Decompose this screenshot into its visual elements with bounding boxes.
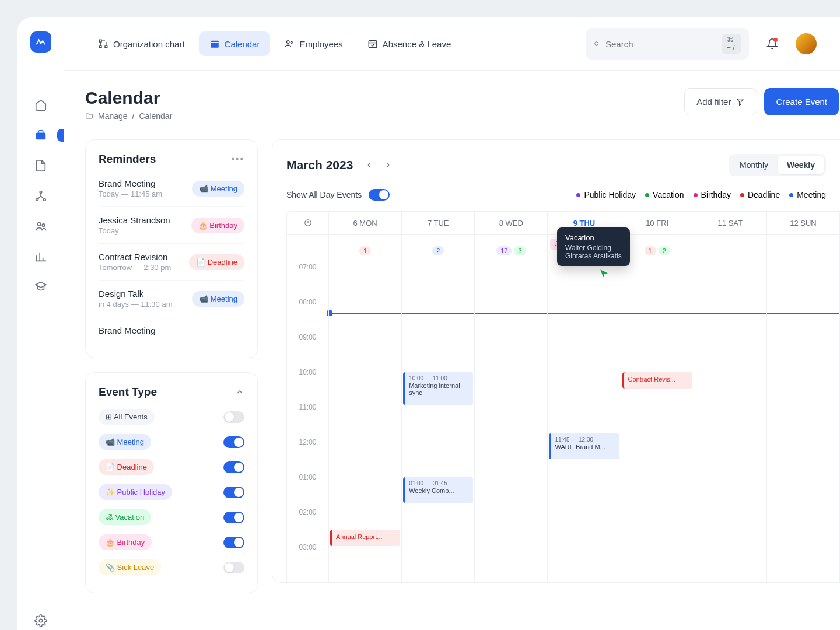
- event-type-toggle[interactable]: [223, 436, 244, 448]
- nav-settings-icon[interactable]: [28, 608, 54, 630]
- calendar-event[interactable]: 11:45 — 12:30WARE Brand M...: [549, 433, 619, 459]
- search-shortcut: ⌘ + /: [722, 34, 741, 54]
- topnav-employees-label: Employees: [299, 39, 342, 49]
- nav-document-icon[interactable]: [28, 153, 54, 178]
- day-column[interactable]: Contract Revis...: [621, 267, 694, 582]
- day-header[interactable]: 11 SAT: [694, 212, 767, 235]
- notifications-button[interactable]: [761, 32, 784, 55]
- day-header[interactable]: 12 SUN: [767, 212, 840, 235]
- filter-icon: [736, 97, 745, 107]
- svg-point-2: [36, 199, 38, 201]
- day-column[interactable]: [475, 267, 548, 582]
- folder-icon: [85, 112, 93, 120]
- day-column[interactable]: Annual Report...: [329, 267, 402, 582]
- event-type-row: 🎂 Birthday: [99, 530, 244, 555]
- topnav-absence-label: Absence & Leave: [383, 39, 452, 49]
- event-type-row: 🏖 Vacation: [99, 505, 244, 530]
- topnav-absence[interactable]: Absence & Leave: [357, 32, 462, 56]
- topnav-calendar-label: Calendar: [225, 39, 260, 49]
- event-type-row: 📹 Meeting: [99, 429, 244, 454]
- event-type-row: 📎 Sick Leave: [99, 555, 244, 580]
- event-type-row: 📄 Deadline: [99, 454, 244, 480]
- reminders-menu[interactable]: •••: [231, 154, 244, 164]
- day-header[interactable]: 6 MON: [329, 212, 402, 235]
- svg-point-12: [291, 41, 293, 43]
- cursor-icon: [599, 268, 610, 279]
- topnav-employees[interactable]: Employees: [274, 32, 353, 56]
- topnav-org-label: Organization chart: [113, 39, 185, 49]
- svg-rect-9: [99, 46, 102, 48]
- nav-home-icon[interactable]: [28, 92, 54, 118]
- reminder-item[interactable]: Design Talkin 4 days — 11:30 am 📹 Meetin…: [99, 281, 244, 317]
- calendar-event[interactable]: 10:00 — 11:00Marketing internal sync: [403, 372, 473, 405]
- view-monthly[interactable]: Monthly: [730, 156, 778, 174]
- reminder-item[interactable]: Brand Meeting: [99, 317, 244, 345]
- next-month-button[interactable]: [380, 157, 396, 173]
- event-type-toggle[interactable]: [223, 537, 244, 548]
- day-column[interactable]: [694, 267, 767, 582]
- add-filter-button[interactable]: Add filter: [684, 88, 757, 116]
- svg-rect-10: [211, 41, 219, 48]
- event-type-toggle[interactable]: [223, 512, 244, 523]
- legend-item: Birthday: [694, 190, 731, 200]
- allday-label: Show All Day Events: [286, 190, 362, 200]
- day-column[interactable]: [767, 267, 840, 582]
- svg-point-14: [595, 42, 598, 46]
- topnav-org[interactable]: Organization chart: [88, 32, 195, 56]
- svg-point-1: [40, 191, 42, 194]
- reminder-item[interactable]: Jessica StrandsonToday 🎂 Birthday: [99, 207, 244, 244]
- search-icon: [594, 38, 600, 49]
- nav-people-icon[interactable]: [28, 214, 54, 239]
- prev-month-button[interactable]: [361, 157, 377, 173]
- topnav-calendar[interactable]: Calendar: [199, 32, 271, 56]
- legend-item: Vacation: [645, 190, 684, 200]
- calendar-event[interactable]: 01:00 — 01:45Weekly Comp...: [403, 477, 473, 503]
- page-title: Calendar: [85, 88, 172, 108]
- user-avatar[interactable]: [796, 33, 817, 54]
- svg-point-3: [43, 199, 46, 201]
- svg-point-5: [42, 224, 45, 227]
- event-type-toggle[interactable]: [223, 487, 244, 498]
- calendar-event[interactable]: Annual Report...: [330, 530, 400, 546]
- event-type-toggle[interactable]: [223, 411, 244, 423]
- create-event-button[interactable]: Create Event: [764, 88, 839, 116]
- reminders-card: Reminders ••• Brand MeetingToday — 11:45…: [85, 139, 258, 358]
- svg-point-6: [39, 619, 43, 622]
- nav-briefcase-icon[interactable]: [28, 123, 54, 148]
- vacation-tooltip: Vacation Walter Golding Gintaras Arstika…: [557, 228, 630, 266]
- view-weekly[interactable]: Weekly: [778, 156, 824, 174]
- nav-reports-icon[interactable]: [28, 244, 54, 270]
- event-type-title: Event Type: [99, 386, 157, 398]
- collapse-button[interactable]: [235, 387, 244, 397]
- legend-item: Deadline: [740, 190, 780, 200]
- nav-learn-icon[interactable]: [28, 274, 54, 300]
- day-header[interactable]: 7 TUE: [402, 212, 475, 235]
- day-header[interactable]: 10 FRI: [621, 212, 694, 235]
- legend-item: Meeting: [789, 190, 826, 200]
- search-input[interactable]: [606, 39, 716, 49]
- calendar-event[interactable]: Contract Revis...: [622, 372, 692, 388]
- event-type-row: ⊞ All Events: [99, 404, 244, 429]
- app-logo[interactable]: [30, 32, 51, 52]
- day-header[interactable]: 8 WED: [475, 212, 548, 235]
- event-type-toggle[interactable]: [223, 461, 244, 473]
- time-header: [287, 212, 329, 235]
- legend-item: Public Holiday: [576, 190, 636, 200]
- reminders-title: Reminders: [99, 153, 156, 166]
- svg-rect-13: [369, 41, 377, 48]
- search-box[interactable]: ⌘ + /: [586, 28, 749, 60]
- calendar-month: March 2023: [286, 158, 353, 172]
- event-type-card: Event Type ⊞ All Events 📹 Meeting 📄 Dead…: [85, 372, 258, 593]
- day-column[interactable]: 11:45 — 12:30WARE Brand M...: [548, 267, 621, 582]
- reminder-item[interactable]: Contract RevisionTomorrow — 2:30 pm 📄 De…: [99, 244, 244, 281]
- day-column[interactable]: 10:00 — 11:00Marketing internal sync01:0…: [402, 267, 475, 582]
- svg-rect-8: [105, 46, 107, 48]
- svg-point-11: [287, 41, 290, 44]
- svg-point-4: [37, 223, 41, 226]
- event-type-toggle[interactable]: [223, 562, 244, 573]
- reminder-item[interactable]: Brand MeetingToday — 11:45 am 📹 Meeting: [99, 170, 244, 207]
- breadcrumb: Manage / Calendar: [85, 111, 172, 121]
- nav-org-icon[interactable]: [28, 183, 54, 209]
- allday-toggle[interactable]: [369, 189, 390, 201]
- svg-rect-7: [99, 40, 102, 42]
